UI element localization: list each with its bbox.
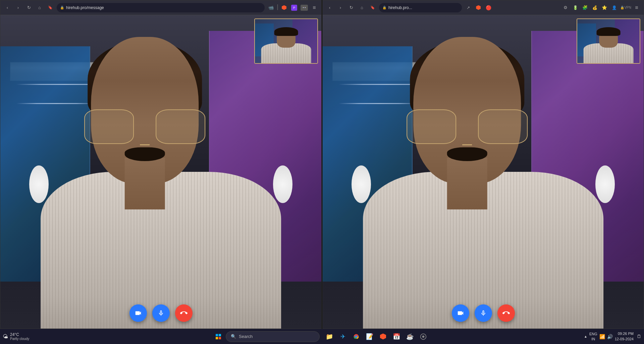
right-end-call-button[interactable] — [497, 304, 515, 322]
taskbar-vscode[interactable]: 📝 — [364, 331, 375, 342]
right-mustache — [447, 147, 487, 161]
taskbar-center: 🔍 Search 📁 ✈ 📝 📅 — [70, 331, 574, 343]
left-mic-button[interactable] — [152, 304, 170, 322]
left-lock-icon: 🔒 — [60, 6, 64, 9]
win-quad-1 — [216, 334, 218, 336]
language-indicator[interactable]: ENG IN — [589, 332, 597, 341]
right-glasses-bridge — [462, 144, 472, 145]
right-neck — [447, 158, 487, 209]
right-pip-video — [577, 18, 640, 64]
language-text: ENG — [589, 332, 597, 336]
left-browser-chrome: ‹ › ↻ ⌂ 🔖 🔒 hirehub.pro/message 📹 | — [0, 0, 321, 15]
show-hidden-icons[interactable]: ▲ — [584, 335, 587, 338]
left-pip-video — [254, 18, 318, 64]
left-back-button[interactable]: ‹ — [3, 3, 12, 12]
right-share-icon[interactable]: ↗ — [464, 3, 473, 12]
taskbar-left: 🌤 24°C Partly cloudy — [3, 332, 70, 341]
right-bookmark-button[interactable]: 🔖 — [368, 3, 377, 12]
right-call-controls — [452, 304, 515, 322]
taskbar-chrome[interactable] — [351, 331, 362, 342]
left-earbud-left — [29, 165, 48, 203]
right-profile-icon[interactable]: 👤 — [610, 3, 619, 12]
right-video-area — [323, 15, 644, 329]
taskbar-pinned-apps: 📁 ✈ 📝 📅 ☕ — [321, 331, 432, 342]
right-menu-button[interactable]: ≡ — [632, 3, 641, 12]
svg-point-0 — [355, 335, 358, 338]
right-url-text: hirehub.pro... — [388, 5, 412, 10]
clock-time: 09:26 PM — [615, 331, 634, 336]
right-back-button[interactable]: ‹ — [325, 3, 334, 12]
taskbar-file-explorer[interactable]: 📁 — [324, 331, 335, 342]
right-lens-right — [478, 109, 528, 144]
left-lens-left — [84, 109, 134, 144]
taskbar-search-text: Search — [239, 334, 253, 339]
left-refresh-button[interactable]: ↻ — [24, 3, 33, 12]
start-button[interactable] — [212, 331, 224, 343]
weather-temperature: 24°C — [10, 332, 29, 337]
right-battery-icon[interactable]: 🔋 — [571, 3, 580, 12]
left-brave-shield[interactable] — [280, 3, 288, 12]
left-home-button[interactable]: ⌂ — [35, 3, 44, 12]
right-wallet-icon[interactable]: 💰 — [590, 3, 599, 12]
taskbar-search-box[interactable]: 🔍 Search — [226, 331, 320, 342]
network-icon[interactable]: 📶 — [599, 334, 605, 339]
taskbar-telegram[interactable]: ✈ — [337, 331, 348, 342]
right-main-video — [323, 15, 644, 329]
left-ext-purple[interactable]: P — [290, 3, 299, 12]
left-pip-scene — [255, 19, 317, 63]
left-lens-right — [156, 109, 205, 144]
left-video-button[interactable] — [129, 304, 147, 322]
system-tray: ▲ ENG IN 📶 🔊 09:26 PM 12-09-2024 🗒 — [584, 331, 641, 342]
taskbar-brave[interactable] — [377, 331, 389, 342]
left-earbud-right — [273, 165, 292, 203]
left-url-text: hirehub.pro/message — [66, 5, 104, 10]
left-address-bar[interactable]: 🔒 hirehub.pro/message — [57, 3, 265, 12]
weather-widget[interactable]: 🌤 24°C Partly cloudy — [3, 332, 29, 341]
right-home-button[interactable]: ⌂ — [358, 3, 366, 12]
right-pip-scene — [577, 19, 640, 63]
win-quad-3 — [216, 337, 218, 339]
taskbar: 🌤 24°C Partly cloudy 🔍 — [0, 329, 644, 344]
win-quad-2 — [219, 334, 221, 336]
left-neck — [124, 158, 165, 209]
taskbar-calendar[interactable]: 📅 — [391, 331, 402, 342]
left-end-call-button[interactable] — [175, 304, 193, 322]
right-video-button[interactable] — [452, 304, 469, 322]
right-earbud-right — [595, 165, 614, 203]
right-puzzle-icon[interactable]: 🧩 — [581, 3, 589, 12]
right-address-bar[interactable]: 🔒 hirehub.pro... — [379, 3, 462, 12]
left-mustache — [124, 147, 165, 161]
left-ext-glasses[interactable]: 👓 — [300, 3, 309, 12]
left-video-tab-icon[interactable]: 📹 — [267, 3, 275, 12]
clock-date: 12-09-2024 — [615, 337, 634, 342]
weather-text: 24°C Partly cloudy — [10, 332, 29, 341]
system-clock[interactable]: 09:26 PM 12-09-2024 — [615, 331, 634, 342]
right-browser-actions: ↗ 🔴 ⚙ 🔋 🧩 💰 ⭐ 👤 🔒V — [464, 3, 641, 12]
right-brave-shield[interactable] — [474, 3, 483, 12]
right-forward-button[interactable]: › — [336, 3, 345, 12]
left-browser-actions: 📹 | P 👓 ≡ — [267, 3, 319, 12]
right-refresh-button[interactable]: ↻ — [347, 3, 356, 12]
right-browser: ‹ › ↻ ⌂ 🔖 🔒 hirehub.pro... ↗ 🔴 — [322, 0, 644, 329]
win-quad-4 — [219, 337, 221, 339]
taskbar-circle-app[interactable] — [418, 331, 429, 342]
right-brave-red[interactable]: 🔴 — [484, 3, 493, 12]
left-bookmark-button[interactable]: 🔖 — [46, 3, 55, 12]
right-earbud-left — [352, 165, 371, 203]
left-pip-hair — [274, 27, 298, 36]
taskbar-java[interactable]: ☕ — [404, 331, 416, 342]
left-person-head — [77, 37, 212, 209]
svg-point-2 — [422, 335, 425, 338]
language-region: IN — [589, 337, 597, 341]
right-star-icon[interactable]: ⭐ — [600, 3, 609, 12]
right-mic-button[interactable] — [475, 304, 492, 322]
left-glasses — [84, 109, 206, 144]
left-call-controls — [129, 304, 193, 322]
right-extensions-icon[interactable]: ⚙ — [561, 3, 570, 12]
left-video-area — [0, 15, 321, 329]
right-pip-hair — [597, 27, 621, 36]
left-menu-button[interactable]: ≡ — [310, 3, 319, 12]
left-forward-button[interactable]: › — [14, 3, 22, 12]
volume-icon[interactable]: 🔊 — [607, 334, 613, 339]
notification-icon[interactable]: 🗒 — [637, 334, 641, 339]
